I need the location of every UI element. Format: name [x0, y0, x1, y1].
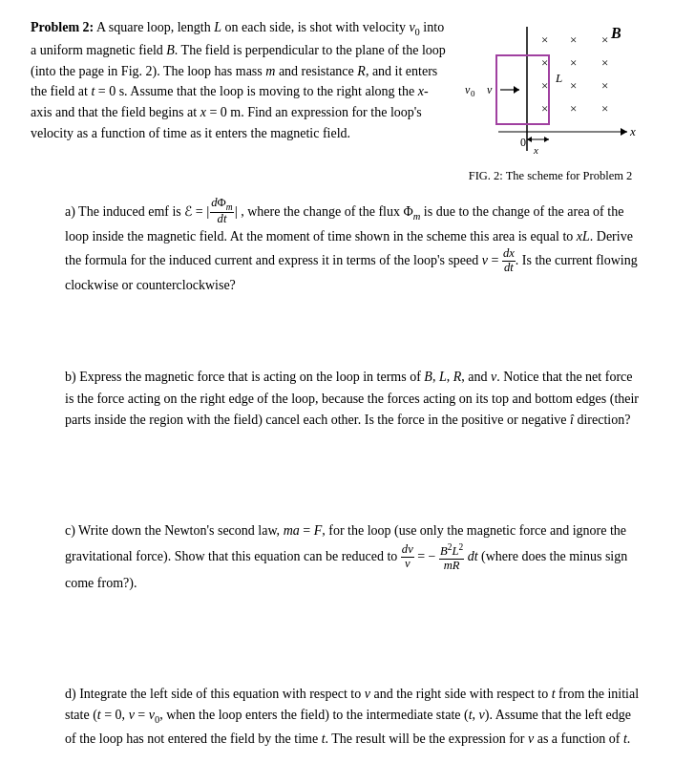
part-b: b) Express the magnetic force that is ac…: [31, 367, 643, 431]
svg-text:×: ×: [541, 101, 548, 116]
svg-text:×: ×: [570, 55, 577, 70]
page-content: Problem 2: A square loop, length L on ea…: [31, 17, 643, 750]
svg-text:×: ×: [541, 78, 548, 93]
svg-text:×: ×: [601, 78, 608, 93]
part-a-text: a) The induced emf is ℰ = | dΦm dt | , w…: [65, 197, 643, 296]
figure-2: x 0 L × × × × × × × × ×: [460, 17, 642, 165]
svg-text:B: B: [610, 25, 621, 41]
svg-marker-2: [621, 128, 627, 136]
spacer-b: [31, 431, 643, 507]
the-word: the: [429, 731, 445, 746]
part-b-text: b) Express the magnetic force that is ac…: [65, 367, 643, 431]
top-section: Problem 2: A square loop, length L on ea…: [31, 17, 643, 183]
spacer-a: [31, 296, 643, 353]
part-c-text: c) Write down the Newton's second law, m…: [65, 520, 643, 594]
problem-description: A square loop, length L on each side, is…: [31, 20, 446, 140]
svg-text:×: ×: [541, 32, 548, 47]
part-c: c) Write down the Newton's second law, m…: [31, 520, 643, 594]
part-a: a) The induced emf is ℰ = | dΦm dt | , w…: [31, 197, 643, 296]
svg-marker-24: [544, 137, 549, 142]
svg-text:x: x: [629, 124, 636, 138]
svg-text:×: ×: [541, 55, 548, 70]
svg-text:x: x: [533, 144, 538, 156]
spacer-c: [31, 594, 643, 670]
svg-text:×: ×: [570, 32, 577, 47]
svg-text:×: ×: [570, 78, 577, 93]
svg-text:L: L: [555, 71, 562, 85]
svg-text:×: ×: [570, 101, 577, 116]
problem-title: Problem 2:: [31, 20, 94, 34]
svg-text:v: v: [487, 83, 493, 96]
svg-text:×: ×: [601, 101, 608, 116]
figure-block: x 0 L × × × × × × × × ×: [457, 17, 643, 183]
part-d: d) Integrate the left side of this equat…: [31, 684, 643, 750]
svg-marker-21: [514, 86, 519, 94]
problem-text-block: Problem 2: A square loop, length L on ea…: [31, 17, 448, 144]
svg-text:×: ×: [601, 32, 608, 47]
svg-text:0: 0: [520, 136, 526, 149]
part-d-text: d) Integrate the left side of this equat…: [65, 684, 643, 750]
svg-text:×: ×: [601, 55, 608, 70]
figure-caption: FIG. 2: The scheme for Problem 2: [469, 169, 633, 183]
svg-text:0: 0: [471, 89, 475, 98]
